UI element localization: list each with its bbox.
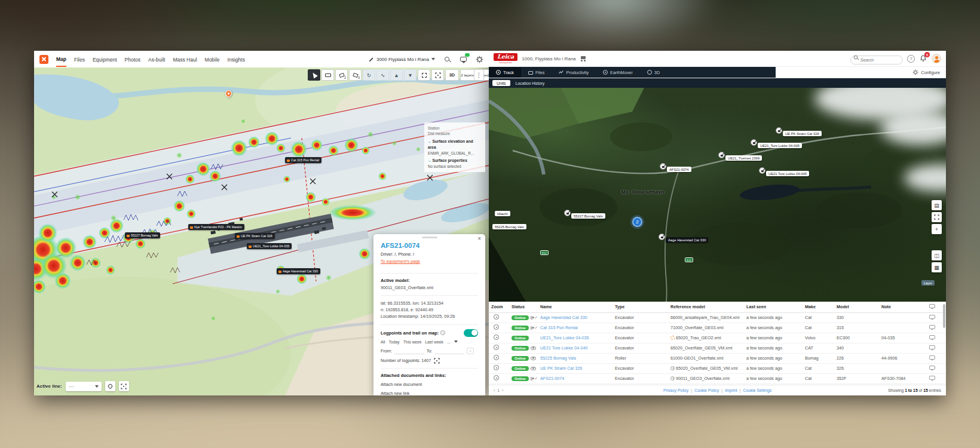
nav-map[interactable]: Map xyxy=(56,51,66,67)
unit-link[interactable]: Cat 315 Pon Rental xyxy=(540,325,578,330)
tab-track[interactable]: Track xyxy=(489,67,521,78)
machine-marker-icon[interactable] xyxy=(751,139,757,146)
unit-map-label[interactable]: UE21_Tvernes 2369 xyxy=(725,155,762,161)
basemap-button[interactable]: ◫ xyxy=(932,250,942,260)
zoom-to-unit-button[interactable] xyxy=(494,365,499,370)
surface-elevation-section[interactable]: ⌄Surface elevation and area xyxy=(428,139,482,151)
zoom-to-unit-button[interactable] xyxy=(494,375,499,381)
configure-button[interactable]: Configure xyxy=(912,67,946,78)
chat-button[interactable] xyxy=(459,55,467,63)
cookie-settings-link[interactable]: Cookie Settings xyxy=(743,388,771,392)
panel-drag-handle[interactable] xyxy=(422,237,437,238)
slope-tool-button[interactable]: ∿ xyxy=(376,69,389,81)
visibility-icon[interactable] xyxy=(531,316,532,320)
comment-button[interactable] xyxy=(929,345,935,349)
nav-mobile[interactable]: Mobile xyxy=(205,52,220,66)
nav-photos[interactable]: Photos xyxy=(125,52,140,66)
site-map[interactable]: 2 3 ↻ ∿ ▲ ▼ 3D 2 layers selected ⋮ Stati… xyxy=(34,67,489,395)
draw-line-tool-button[interactable]: 2 xyxy=(335,69,348,81)
3d-toggle-button[interactable]: 3D xyxy=(445,69,459,81)
unit-map-label[interactable]: AFS21-0074 xyxy=(667,167,691,172)
unit-link[interactable]: UE PK Strøm Cat 326 xyxy=(540,366,582,371)
attach-document-button[interactable]: Attach new document xyxy=(381,382,478,387)
filter-last-week[interactable]: Last week xyxy=(425,340,443,344)
zoom-to-unit-button[interactable] xyxy=(494,345,499,350)
equipment-map-label[interactable]: 55227 Bomag Vals xyxy=(125,232,160,238)
layers-panel-button[interactable]: ▤ xyxy=(932,200,942,210)
search-button[interactable] xyxy=(443,55,451,63)
unit-map-label[interactable]: UE21 Tore Lokke 04-045 xyxy=(766,171,809,176)
zoom-in-button[interactable]: + xyxy=(932,224,942,234)
orbit-tool-button[interactable]: ↻ xyxy=(363,69,375,81)
comment-button[interactable] xyxy=(929,315,935,319)
comment-button[interactable] xyxy=(929,376,935,380)
equipment-map-label[interactable]: Aage Haverstad Cat 330 xyxy=(277,268,320,274)
attach-link-button[interactable]: Attach new link xyxy=(381,391,478,395)
machine-marker-icon[interactable] xyxy=(776,127,782,134)
next-page-button[interactable]: › xyxy=(502,388,503,392)
equipment-map-label[interactable]: Nye Tverrlandet P23 - PK Maskin xyxy=(188,224,244,230)
elevation-down-tool-button[interactable]: ▼ xyxy=(404,69,416,81)
select-tool-button[interactable] xyxy=(308,69,320,81)
col-reference-model[interactable]: Reference model xyxy=(668,302,744,312)
machine-marker-icon[interactable] xyxy=(759,167,765,174)
unit-map-label[interactable]: UE PK Strøm Cat 326 xyxy=(783,131,822,136)
col-name[interactable]: Name xyxy=(538,302,612,312)
equipment-map-label[interactable]: Cat 315 Pon Rental xyxy=(285,157,321,163)
tab-files[interactable]: Files xyxy=(521,67,552,78)
zoom-to-unit-button[interactable] xyxy=(494,355,499,360)
settings-button[interactable] xyxy=(475,55,483,63)
comment-button[interactable] xyxy=(929,355,935,360)
nav-mass-haul[interactable]: Mass Haul xyxy=(173,52,197,66)
filter-all[interactable]: All xyxy=(381,340,385,344)
layer-tag[interactable]: Layer xyxy=(921,280,935,286)
tab-earthmover[interactable]: EarthMover xyxy=(596,67,640,78)
surface-properties-section[interactable]: ⌄Surface properties xyxy=(428,158,482,164)
comment-button[interactable] xyxy=(929,335,935,339)
map-more-menu-button[interactable]: ⋮ xyxy=(474,69,484,81)
machine-marker-icon[interactable] xyxy=(564,210,571,216)
notifications-button[interactable]: 5 xyxy=(919,54,927,63)
current-page[interactable]: 1 xyxy=(497,388,500,392)
machine-marker-icon[interactable] xyxy=(660,163,666,170)
info-icon[interactable]: i xyxy=(440,330,445,335)
project-selector[interactable]: 3000 Flyplass Mo i Rana xyxy=(369,57,435,62)
col-type[interactable]: Type xyxy=(612,302,668,312)
zoom-to-unit-button[interactable] xyxy=(494,335,499,340)
fit-logpoints-icon[interactable] xyxy=(434,358,440,364)
avatar[interactable] xyxy=(932,54,941,63)
conx-logo-icon[interactable] xyxy=(39,55,48,64)
tab-3d[interactable]: 3D xyxy=(640,67,667,78)
locate-button[interactable] xyxy=(105,381,115,391)
visibility-icon[interactable] xyxy=(531,357,536,360)
leica-logo[interactable]: Leica Geosystems xyxy=(494,53,517,64)
col-note[interactable]: Note xyxy=(879,302,927,312)
nav-as-built[interactable]: As-built xyxy=(148,52,165,66)
visibility-icon[interactable] xyxy=(531,377,532,381)
unit-link[interactable]: 55225 Bomag Vals xyxy=(540,355,576,361)
screenshot-button[interactable]: ▦ xyxy=(932,262,942,272)
machine-marker-icon[interactable] xyxy=(718,152,725,158)
fit-view-button[interactable] xyxy=(431,69,444,81)
unit-link[interactable]: AFS21-0074 xyxy=(540,376,564,381)
visibility-icon[interactable] xyxy=(531,326,532,330)
help-button[interactable]: ? xyxy=(907,55,915,63)
zoom-to-unit-button[interactable] xyxy=(494,314,499,320)
equipment-page-link[interactable]: To equipment's page xyxy=(381,259,420,264)
equipment-map-label[interactable]: UE PK Strøm Cat 326 xyxy=(235,233,275,239)
prev-page-button[interactable]: ‹ xyxy=(494,388,495,392)
unit-link[interactable]: UE21 Tore Lokke 04-040 xyxy=(540,345,587,351)
filter-more[interactable]: ... xyxy=(447,340,451,344)
table-scrollbar[interactable] xyxy=(943,304,945,328)
col-model[interactable]: Model xyxy=(834,302,879,312)
col-zoom[interactable]: Zoom xyxy=(489,302,509,312)
comment-button[interactable] xyxy=(929,325,935,329)
equipment-map-label[interactable]: UE21_Tore Lokke 04-035 xyxy=(247,243,292,249)
nav-insights[interactable]: Insights xyxy=(228,52,245,66)
fit-extent-button[interactable] xyxy=(119,381,129,391)
visibility-icon[interactable] xyxy=(531,367,536,370)
unit-map-label-dark[interactable]: Aage Haverstad Cat 330 xyxy=(666,237,708,243)
range-picker-button[interactable]: ↔ xyxy=(467,348,474,354)
cluster-marker[interactable]: 2 xyxy=(632,217,642,227)
visibility-icon[interactable] xyxy=(531,346,536,350)
